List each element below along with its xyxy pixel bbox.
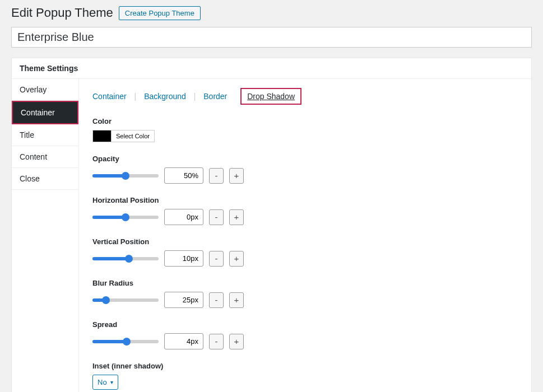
side-tab-list: Overlay Container Title Content Close [12,79,79,392]
spread-label: Spread [92,320,518,329]
horizontal-position-plus-button[interactable]: + [229,209,244,225]
spread-plus-button[interactable]: + [229,334,244,349]
spread-input[interactable] [164,333,203,349]
inset-label: Inset (inner shadow) [92,362,518,370]
sub-tab-border[interactable]: Border [203,92,227,101]
blur-radius-plus-button[interactable]: + [229,292,244,308]
horizontal-position-slider[interactable] [92,216,159,219]
vertical-position-plus-button[interactable]: + [229,251,244,267]
sub-tab-drop-shadow[interactable]: Drop Shadow [240,88,301,105]
side-tab-overlay[interactable]: Overlay [12,79,78,101]
side-tab-content[interactable]: Content [12,146,78,168]
chevron-down-icon: ▾ [110,379,113,385]
sub-tab-container[interactable]: Container [92,92,127,101]
color-label: Color [92,117,518,125]
spread-minus-button[interactable]: - [209,334,224,349]
side-tab-title[interactable]: Title [12,124,78,146]
separator: | [194,92,196,101]
separator: | [134,92,137,101]
vertical-position-label: Vertical Position [92,237,518,246]
spread-slider[interactable] [92,340,159,343]
sub-tab-row: Container | Background | Border Drop Sha… [92,88,518,105]
theme-name-input[interactable] [11,27,532,48]
opacity-minus-button[interactable]: - [209,168,224,184]
horizontal-position-label: Horizontal Position [92,196,518,204]
blur-radius-label: Blur Radius [92,279,518,287]
select-color-button[interactable]: Select Color [111,130,154,142]
side-tab-container[interactable]: Container [12,101,78,124]
blur-radius-slider[interactable] [92,298,159,302]
horizontal-position-input[interactable] [164,209,203,225]
blur-radius-input[interactable] [164,292,203,308]
opacity-input[interactable] [164,167,203,184]
blur-radius-minus-button[interactable]: - [209,292,224,308]
horizontal-position-minus-button[interactable]: - [209,209,224,225]
opacity-label: Opacity [92,155,518,163]
side-tab-close[interactable]: Close [12,168,78,190]
opacity-plus-button[interactable]: + [229,168,244,184]
vertical-position-minus-button[interactable]: - [209,251,224,267]
vertical-position-input[interactable] [164,250,203,267]
page-title: Edit Popup Theme [11,6,113,20]
vertical-position-slider[interactable] [92,257,159,260]
sub-tab-background[interactable]: Background [144,92,186,101]
color-swatch[interactable] [93,130,111,142]
create-popup-theme-button[interactable]: Create Popup Theme [119,6,201,20]
panel-heading: Theme Settings [12,58,531,79]
inset-value: No [98,378,107,386]
inset-select[interactable]: No ▾ [92,375,118,390]
opacity-slider[interactable] [92,174,159,178]
